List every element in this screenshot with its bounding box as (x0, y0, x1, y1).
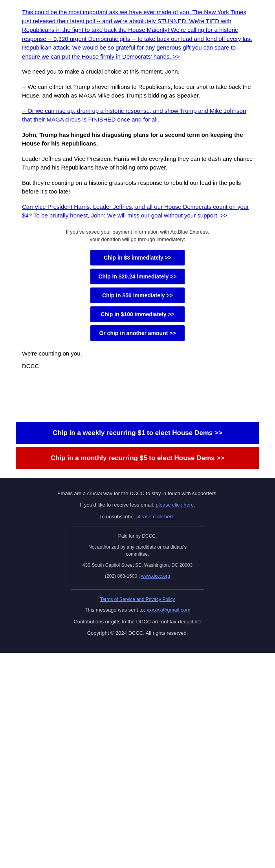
contributions-note: Contributions or gifts to the DCCC are n… (16, 618, 259, 626)
para7-link[interactable]: Can Vice President Harris, Leader Jeffri… (22, 203, 249, 219)
terms-link-para: Terms of Service and Privacy Policy (16, 596, 259, 603)
paid-line1: Paid for by DCCC. (79, 533, 196, 540)
para1: We need you to make a crucial choice at … (22, 67, 253, 76)
terms-link[interactable]: Terms of Service and Privacy Policy (100, 597, 175, 602)
chip-2024-button[interactable]: Chip in $20.24 immediately >> (90, 269, 185, 284)
para6: But they're counting on a historic grass… (22, 179, 253, 196)
paid-line4: (202) 863-1500 | www.dccc.org (79, 573, 196, 580)
monthly-recurring-button[interactable]: Chip in a monthly recurring $5 to elect … (16, 447, 259, 469)
weekly-recurring-button[interactable]: Chip in a weekly recurring $1 to elect H… (16, 422, 259, 444)
paid-line3: 430 South Capitol Street SE, Washington,… (79, 562, 196, 569)
para5: Leader Jeffries and Vice President Harri… (22, 155, 253, 172)
spacer (22, 379, 253, 410)
sent-to-para: This message was sent to: xxxxxx@gmail.c… (16, 606, 259, 614)
chip-3-button[interactable]: Chip in $3 immediately >> (90, 250, 185, 265)
donation-section: If you've saved your payment information… (22, 228, 253, 341)
main-content-area: This could be the most important ask we … (0, 0, 275, 418)
para4-bold: John, Trump has hinged his disgusting pl… (22, 131, 253, 148)
unsubscribe-link[interactable]: please click here. (136, 514, 176, 520)
footer-para1: Emails are a crucial way for the DCCC to… (16, 490, 259, 498)
dccc-website-link[interactable]: www.dccc.org (141, 573, 170, 579)
sent-email-link[interactable]: xxxxxx@gmail.com (147, 607, 190, 613)
paid-line2: Not authorized by any candidate or candi… (79, 544, 196, 558)
copyright-text: Copyright © 2024 DCCC. All rights reserv… (16, 629, 259, 637)
footer-para3: To unsubscribe, please click here. (16, 513, 259, 521)
donation-note: If you've saved your payment information… (22, 228, 253, 243)
paid-for-box: Paid for by DCCC. Not authorized by any … (71, 527, 204, 590)
closing-line2: DCCC (22, 361, 253, 371)
closing-line1: We're counting on you, (22, 349, 253, 358)
chip-100-button[interactable]: Chip in $100 immediately >> (90, 306, 185, 322)
footer-para2: If you'd like to receive less email, ple… (16, 501, 259, 509)
footer-cta-section: Chip in a weekly recurring $1 to elect H… (0, 418, 275, 476)
para3-link[interactable]: -- Or we can rise up, drum up a historic… (22, 107, 246, 123)
less-email-link[interactable]: please click here. (156, 502, 195, 508)
intro-link[interactable]: This could be the most important ask we … (22, 9, 252, 60)
footer-section: Emails are a crucial way for the DCCC to… (0, 478, 275, 653)
para2: -- We can either let Trump shovel millio… (22, 83, 253, 100)
chip-other-button[interactable]: Or chip in another amount >> (90, 325, 185, 341)
chip-50-button[interactable]: Chip in $50 immediately >> (90, 287, 185, 303)
closing-section: We're counting on you, DCCC (22, 349, 253, 371)
